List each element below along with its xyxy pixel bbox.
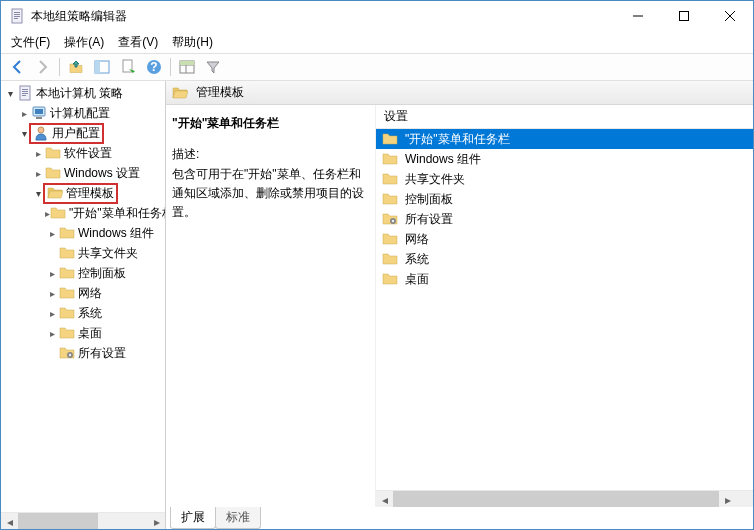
tree-admin-templates[interactable]: ▾ 管理模板 <box>1 183 165 203</box>
back-button[interactable] <box>5 55 29 79</box>
tree-win-components[interactable]: ▸ Windows 组件 <box>1 223 165 243</box>
menu-view[interactable]: 查看(V) <box>112 32 164 53</box>
up-button[interactable] <box>64 55 88 79</box>
folder-icon <box>59 225 75 241</box>
folder-icon <box>382 151 398 167</box>
expand-icon[interactable]: ▸ <box>31 168 45 179</box>
tree-root[interactable]: ▾ 本地计算机 策略 <box>1 83 165 103</box>
tree-label: 桌面 <box>78 325 102 342</box>
list-item-label: 网络 <box>405 231 429 248</box>
folder-open-icon <box>172 85 188 101</box>
tree-network[interactable]: ▸ 网络 <box>1 283 165 303</box>
menu-help[interactable]: 帮助(H) <box>166 32 219 53</box>
window-title: 本地组策略编辑器 <box>31 8 615 25</box>
tree-start-taskbar[interactable]: ▸ "开始"菜单和任务栏 <box>1 203 165 223</box>
tree[interactable]: ▾ 本地计算机 策略 ▸ 计算机配置 ▾ 用户配置 ▸ 软件设置 <box>1 83 165 512</box>
folder-open-icon <box>47 185 63 201</box>
list-column-header[interactable]: 设置 <box>376 105 753 129</box>
toolbar-separator <box>59 58 60 76</box>
tree-pane: ▾ 本地计算机 策略 ▸ 计算机配置 ▾ 用户配置 ▸ 软件设置 <box>1 81 166 529</box>
gear-folder-icon <box>59 345 75 361</box>
computer-icon <box>31 105 47 121</box>
detail-left-column: "开始"菜单和任务栏 描述: 包含可用于在"开始"菜单、任务栏和通知区域添加、删… <box>166 105 376 507</box>
tab-label: 扩展 <box>181 510 205 524</box>
user-icon <box>33 125 49 141</box>
tree-label: Windows 设置 <box>64 165 140 182</box>
tree-system[interactable]: ▸ 系统 <box>1 303 165 323</box>
detail-header: 管理模板 <box>166 81 753 105</box>
list-item-label: 所有设置 <box>405 211 453 228</box>
expand-icon[interactable]: ▸ <box>45 228 59 239</box>
description-label: 描述: <box>172 146 365 163</box>
list-item[interactable]: 桌面 <box>376 269 753 289</box>
tree-label: 软件设置 <box>64 145 112 162</box>
tree-control-panel[interactable]: ▸ 控制面板 <box>1 263 165 283</box>
tree-software-settings[interactable]: ▸ 软件设置 <box>1 143 165 163</box>
list-item-label: 控制面板 <box>405 191 453 208</box>
list-item-label: 桌面 <box>405 271 429 288</box>
tree-label: 本地计算机 策略 <box>36 85 123 102</box>
tree-user-config[interactable]: ▾ 用户配置 <box>1 123 165 143</box>
close-button[interactable] <box>707 1 753 31</box>
expand-icon[interactable]: ▸ <box>45 328 59 339</box>
expand-icon[interactable]: ▸ <box>45 308 59 319</box>
column-label: 设置 <box>384 108 408 125</box>
description-text: 包含可用于在"开始"菜单、任务栏和通知区域添加、删除或禁用项目的设置。 <box>172 165 365 223</box>
folder-icon <box>59 265 75 281</box>
list-item[interactable]: 系统 <box>376 249 753 269</box>
svg-rect-23 <box>180 61 194 65</box>
highlight-box: 用户配置 <box>29 123 104 144</box>
tree-all-settings[interactable]: 所有设置 <box>1 343 165 363</box>
tree-label: "开始"菜单和任务栏 <box>69 205 165 222</box>
toolbar-separator <box>170 58 171 76</box>
scroll-right-icon[interactable]: ▸ <box>148 513 165 529</box>
list-item[interactable]: 控制面板 <box>376 189 753 209</box>
tab-extended[interactable]: 扩展 <box>170 507 216 529</box>
list-item[interactable]: Windows 组件 <box>376 149 753 169</box>
scroll-thumb[interactable] <box>18 513 98 529</box>
menu-action[interactable]: 操作(A) <box>58 32 110 53</box>
folder-icon <box>50 205 66 221</box>
resize-grip <box>736 491 753 507</box>
list-item-label: "开始"菜单和任务栏 <box>405 131 510 148</box>
tab-standard[interactable]: 标准 <box>215 507 261 529</box>
menu-bar: 文件(F) 操作(A) 查看(V) 帮助(H) <box>1 31 753 53</box>
list-item[interactable]: 所有设置 <box>376 209 753 229</box>
expand-icon[interactable]: ▾ <box>3 88 17 99</box>
export-button[interactable] <box>116 55 140 79</box>
folder-icon <box>59 305 75 321</box>
scroll-thumb[interactable] <box>393 491 719 507</box>
scroll-right-icon[interactable]: ▸ <box>719 491 736 507</box>
help-button[interactable]: ? <box>142 55 166 79</box>
filter-button[interactable] <box>201 55 225 79</box>
scroll-left-icon[interactable]: ◂ <box>1 513 18 529</box>
details-view-button[interactable] <box>175 55 199 79</box>
forward-button[interactable] <box>31 55 55 79</box>
menu-file[interactable]: 文件(F) <box>5 32 56 53</box>
expand-icon[interactable]: ▸ <box>45 288 59 299</box>
minimize-button[interactable] <box>615 1 661 31</box>
tree-scrollbar[interactable]: ◂ ▸ <box>1 512 165 529</box>
maximize-button[interactable] <box>661 1 707 31</box>
app-icon <box>9 8 25 24</box>
expand-icon[interactable]: ▸ <box>17 108 31 119</box>
tree-shared-folders[interactable]: 共享文件夹 <box>1 243 165 263</box>
tree-label: 计算机配置 <box>50 105 110 122</box>
folder-icon <box>45 145 61 161</box>
list-item[interactable]: "开始"菜单和任务栏 <box>376 129 753 149</box>
tree-computer-config[interactable]: ▸ 计算机配置 <box>1 103 165 123</box>
tree-windows-settings[interactable]: ▸ Windows 设置 <box>1 163 165 183</box>
scroll-left-icon[interactable]: ◂ <box>376 491 393 507</box>
list-item[interactable]: 共享文件夹 <box>376 169 753 189</box>
highlight-box: 管理模板 <box>43 183 118 204</box>
gear-folder-icon <box>382 211 398 227</box>
expand-icon[interactable]: ▸ <box>45 268 59 279</box>
tree-desktop[interactable]: ▸ 桌面 <box>1 323 165 343</box>
show-hide-tree-button[interactable] <box>90 55 114 79</box>
detail-scrollbar[interactable]: ◂ ▸ <box>376 490 753 507</box>
expand-icon[interactable]: ▸ <box>31 148 45 159</box>
toolbar: ? <box>1 53 753 81</box>
list-area[interactable]: "开始"菜单和任务栏Windows 组件共享文件夹控制面板所有设置网络系统桌面 <box>376 129 753 490</box>
tree-label: 用户配置 <box>52 125 100 142</box>
list-item[interactable]: 网络 <box>376 229 753 249</box>
